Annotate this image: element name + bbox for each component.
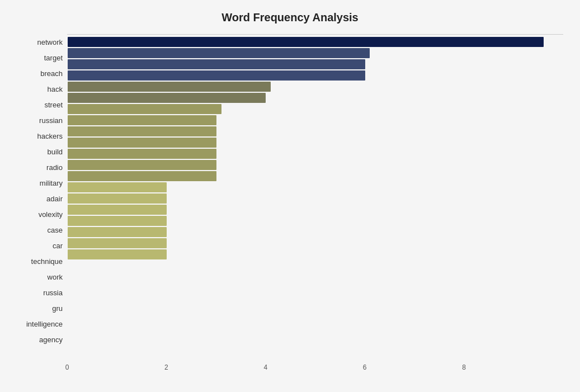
chart-title: Word Frequency Analysis — [17, 11, 563, 24]
bar — [68, 182, 167, 192]
bar-row — [68, 48, 563, 59]
bar — [68, 48, 370, 58]
x-tick-label: 0 — [65, 363, 69, 371]
y-axis: networktargetbreachhackstreetrussianhack… — [17, 34, 67, 348]
bar-row — [68, 249, 563, 260]
bar — [68, 171, 216, 181]
y-label: gru — [17, 302, 63, 315]
bar — [68, 70, 365, 81]
y-label: car — [17, 239, 63, 253]
bar — [68, 160, 216, 170]
chart-area: networktargetbreachhackstreetrussianhack… — [17, 34, 563, 348]
bar — [68, 37, 544, 47]
bar — [68, 216, 167, 226]
bar — [68, 126, 216, 136]
bar-row — [68, 103, 563, 115]
bar — [68, 59, 365, 69]
y-label: volexity — [17, 208, 63, 221]
y-label: breach — [17, 67, 63, 80]
y-label: adair — [17, 192, 63, 205]
x-tick-label: 6 — [363, 363, 367, 371]
bar — [68, 138, 216, 148]
chart-container: Word Frequency Analysis networktargetbre… — [0, 0, 580, 392]
bar-row — [68, 92, 563, 103]
y-label: technique — [17, 255, 63, 268]
bar — [68, 93, 266, 103]
bar-row — [68, 171, 563, 182]
y-label: intelligence — [17, 318, 63, 331]
bar-row — [68, 126, 563, 137]
bar-row — [68, 59, 563, 70]
bar-row — [68, 238, 563, 249]
x-tick-label: 2 — [164, 363, 168, 371]
y-label: build — [17, 145, 63, 158]
bar — [68, 249, 167, 259]
x-tick-label: 4 — [263, 363, 267, 371]
bar-row — [68, 36, 563, 48]
bar — [68, 115, 216, 125]
y-label: radio — [17, 160, 63, 174]
bar — [68, 227, 167, 237]
y-label: russia — [17, 286, 63, 300]
bar-row — [68, 182, 563, 193]
bar-row — [68, 226, 563, 238]
bar — [68, 205, 167, 215]
bar-row — [68, 70, 563, 81]
y-label: target — [17, 51, 63, 64]
bar-row — [68, 215, 563, 226]
y-label: case — [17, 224, 63, 237]
y-label: hack — [17, 82, 63, 96]
y-label: street — [17, 98, 63, 111]
bar-row — [68, 115, 563, 126]
bar-row — [68, 159, 563, 171]
bar — [68, 238, 167, 248]
bar — [68, 82, 271, 92]
bar — [68, 193, 167, 204]
y-label: work — [17, 271, 63, 284]
bar-row — [68, 81, 563, 92]
y-label: russian — [17, 114, 63, 127]
y-label: network — [17, 35, 63, 49]
y-label: hackers — [17, 129, 63, 143]
x-tick-label: 8 — [462, 363, 466, 371]
bar-row — [68, 193, 563, 204]
plot-area — [67, 34, 563, 35]
y-label: agency — [17, 333, 63, 347]
y-label: military — [17, 176, 63, 190]
bar — [68, 104, 221, 114]
bar-row — [68, 137, 563, 148]
bar-row — [68, 148, 563, 159]
bar — [68, 149, 216, 159]
bar-row — [68, 204, 563, 215]
